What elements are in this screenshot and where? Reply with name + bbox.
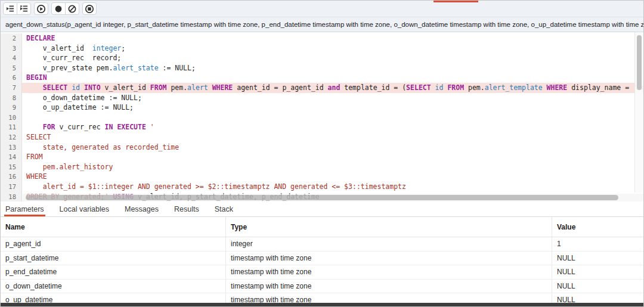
line-code: WHERE bbox=[22, 172, 643, 182]
column-header-name[interactable]: Name bbox=[1, 217, 226, 237]
code-line-14[interactable]: 14FROM bbox=[1, 152, 643, 162]
step-into-button[interactable] bbox=[3, 2, 17, 15]
column-header-value[interactable]: Value bbox=[552, 217, 643, 237]
line-code: DECLARE bbox=[22, 33, 643, 44]
toggle-breakpoint-button[interactable] bbox=[51, 2, 66, 15]
breakpoint-button-group bbox=[51, 2, 79, 15]
code-line-16[interactable]: 16WHERE bbox=[1, 172, 643, 182]
vertical-scrollbar-thumb[interactable] bbox=[637, 35, 642, 90]
parameters-grid: NameTypeValue p_agent_idinteger1p_start_… bbox=[1, 217, 643, 304]
line-code: o_up_datetime := NULL; bbox=[22, 103, 643, 113]
line-code: v_prev_state pem.alert_state := NULL; bbox=[22, 63, 643, 73]
bottom-edge-bar bbox=[1, 303, 643, 306]
stop-button[interactable] bbox=[82, 2, 97, 15]
function-signature: agent_down_status(p_agent_id integer, p_… bbox=[5, 21, 643, 28]
grid-body: p_agent_idinteger1p_start_datetimetimest… bbox=[1, 237, 643, 304]
line-code: alert_id = $1::integer AND generated >= … bbox=[22, 182, 643, 192]
line-number: 17 bbox=[1, 182, 22, 192]
code-line-6[interactable]: 6BEGIN bbox=[1, 73, 643, 83]
table-cell: o_down_datetime bbox=[1, 280, 226, 293]
table-cell: NULL bbox=[552, 280, 643, 293]
code-line-17[interactable]: 17 alert_id = $1::integer AND generated … bbox=[1, 182, 643, 192]
function-signature-bar: agent_down_status(p_agent_id integer, p_… bbox=[1, 17, 643, 32]
line-code: state, generated as recorded_time bbox=[22, 142, 643, 153]
line-number: 15 bbox=[1, 162, 22, 172]
debugger-panel-tabs: ParametersLocal variablesMessagesResults… bbox=[1, 201, 643, 217]
line-code: FOR v_curr_rec IN EXECUTE ' bbox=[22, 122, 643, 132]
code-line-11[interactable]: 11 FOR v_curr_rec IN EXECUTE ' bbox=[1, 122, 643, 132]
table-cell: timestamp with time zone bbox=[226, 252, 552, 265]
code-line-9[interactable]: 9 o_up_datetime := NULL; bbox=[1, 103, 643, 113]
line-number: 12 bbox=[1, 132, 22, 142]
code-editor[interactable]: 2DECLARE3 v_alert_id integer;4 v_curr_re… bbox=[1, 32, 643, 201]
table-row[interactable]: p_end_datetimetimestamp with time zoneNU… bbox=[1, 265, 643, 280]
continue-button[interactable] bbox=[34, 2, 48, 15]
line-number: 13 bbox=[1, 142, 22, 153]
code-line-8[interactable]: 8 o_down_datetime := NULL; bbox=[1, 93, 643, 103]
code-line-4[interactable]: 4 v_curr_rec record; bbox=[1, 53, 643, 63]
play-circle-icon bbox=[36, 4, 46, 14]
line-code: v_alert_id integer; bbox=[22, 44, 643, 54]
active-tab-indicator bbox=[434, 1, 478, 2]
line-number: 4 bbox=[1, 53, 22, 63]
code-line-10[interactable]: 10 bbox=[1, 113, 643, 123]
table-row[interactable]: o_down_datetimetimestamp with time zoneN… bbox=[1, 280, 643, 294]
line-code: v_curr_rec record; bbox=[22, 53, 643, 63]
table-row[interactable]: p_agent_idinteger1 bbox=[1, 237, 643, 252]
stop-circle-icon bbox=[85, 4, 94, 14]
line-code bbox=[22, 113, 643, 123]
table-cell: p_end_datetime bbox=[1, 265, 226, 279]
tab-stack[interactable]: Stack bbox=[215, 201, 233, 216]
line-number: 3 bbox=[1, 44, 22, 54]
table-cell: 1 bbox=[552, 237, 643, 251]
vertical-scrollbar[interactable] bbox=[634, 32, 643, 193]
code-line-12[interactable]: 12SELECT bbox=[1, 132, 643, 142]
line-number: 18 bbox=[1, 192, 22, 202]
table-cell: timestamp with time zone bbox=[226, 265, 552, 279]
grid-header-row: NameTypeValue bbox=[1, 217, 643, 237]
line-code: SELECT bbox=[22, 132, 643, 142]
code-line-7[interactable]: 7 SELECT id INTO v_alert_id FROM pem.ale… bbox=[1, 83, 643, 93]
line-code: o_down_datetime := NULL; bbox=[22, 93, 643, 103]
debugger-toolbar bbox=[1, 1, 643, 17]
continue-button-group bbox=[34, 2, 48, 15]
line-number: 5 bbox=[1, 63, 22, 73]
stop-button-group bbox=[82, 2, 97, 15]
code-line-3[interactable]: 3 v_alert_id integer; bbox=[1, 44, 643, 54]
line-number: 10 bbox=[1, 113, 22, 123]
clear-all-breakpoints-button[interactable] bbox=[65, 2, 79, 15]
code-line-15[interactable]: 15 pem.alert_history bbox=[1, 162, 643, 172]
table-cell: NULL bbox=[552, 252, 643, 265]
no-entry-icon bbox=[67, 4, 77, 14]
column-header-type[interactable]: Type bbox=[226, 217, 552, 237]
tab-messages[interactable]: Messages bbox=[125, 201, 159, 216]
code-line-2[interactable]: 2DECLARE bbox=[1, 33, 643, 44]
table-cell: integer bbox=[226, 237, 552, 251]
step-over-button[interactable] bbox=[17, 2, 31, 15]
line-code: SELECT id INTO v_alert_id FROM pem.alert… bbox=[22, 83, 643, 93]
tab-results[interactable]: Results bbox=[174, 201, 199, 216]
table-cell: p_agent_id bbox=[1, 237, 226, 251]
step-over-icon bbox=[20, 4, 29, 13]
line-number: 11 bbox=[1, 122, 22, 132]
line-number: 8 bbox=[1, 93, 22, 103]
line-code: BEGIN bbox=[22, 73, 643, 83]
table-row[interactable]: p_start_datetimetimestamp with time zone… bbox=[1, 252, 643, 266]
tab-local-variables[interactable]: Local variables bbox=[60, 201, 109, 216]
table-cell: timestamp with time zone bbox=[226, 280, 552, 293]
horizontal-scrollbar-thumb[interactable] bbox=[26, 195, 618, 200]
horizontal-scrollbar[interactable] bbox=[23, 194, 643, 201]
table-cell: p_start_datetime bbox=[1, 252, 226, 265]
debugger-window: agent_down_status(p_agent_id integer, p_… bbox=[0, 0, 644, 307]
code-line-13[interactable]: 13 state, generated as recorded_time bbox=[1, 142, 643, 153]
tab-parameters[interactable]: Parameters bbox=[5, 201, 44, 216]
line-number: 6 bbox=[1, 73, 22, 83]
line-code: FROM bbox=[22, 152, 643, 162]
step-button-group bbox=[3, 2, 31, 15]
code-lines: 2DECLARE3 v_alert_id integer;4 v_curr_re… bbox=[1, 32, 643, 201]
line-number: 7 bbox=[1, 83, 22, 93]
line-number: 9 bbox=[1, 103, 22, 113]
line-number: 14 bbox=[1, 152, 22, 162]
table-cell: NULL bbox=[552, 265, 643, 279]
code-line-5[interactable]: 5 v_prev_state pem.alert_state := NULL; bbox=[1, 63, 643, 73]
